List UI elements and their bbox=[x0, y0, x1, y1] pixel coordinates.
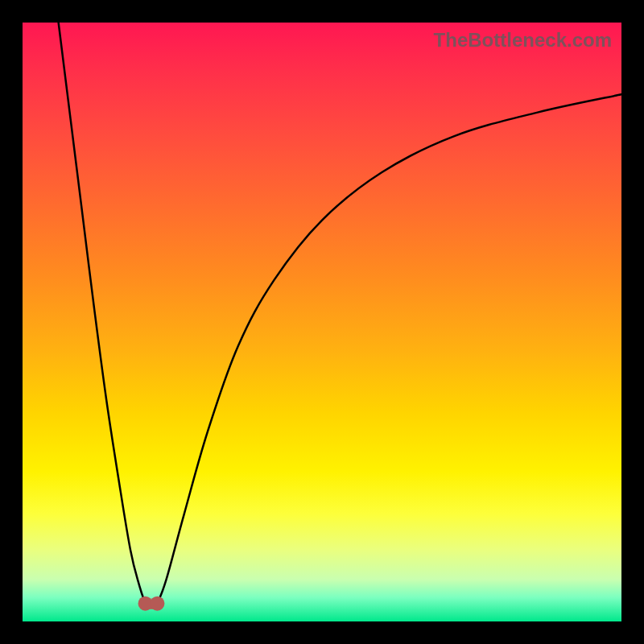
minimum-dot-left bbox=[138, 597, 153, 611]
plot-area: TheBottleneck.com bbox=[23, 23, 621, 621]
chart-frame: TheBottleneck.com bbox=[0, 0, 644, 644]
curve-right-branch bbox=[157, 94, 621, 603]
minimum-dot-right bbox=[150, 597, 164, 611]
curve-left-branch bbox=[59, 23, 146, 604]
minimum-connector bbox=[146, 600, 158, 609]
watermark-text: TheBottleneck.com bbox=[434, 29, 612, 52]
curve-layer bbox=[23, 23, 621, 621]
